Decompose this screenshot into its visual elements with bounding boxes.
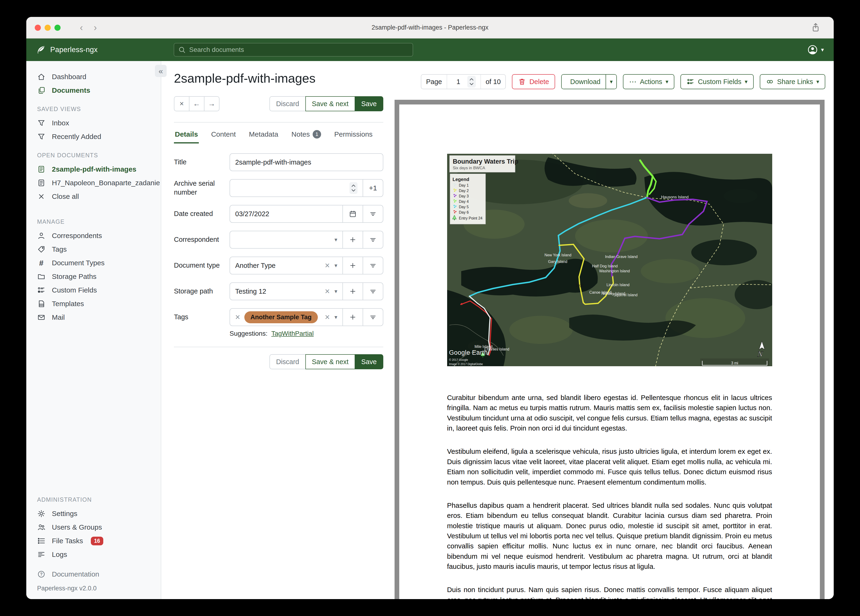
sidebar-item-users-groups[interactable]: Users & Groups bbox=[26, 520, 161, 534]
asn-plus-one-button[interactable]: +1 bbox=[363, 179, 383, 196]
sidebar-item-templates[interactable]: Templates bbox=[26, 297, 161, 311]
tab-content[interactable]: Content bbox=[210, 127, 237, 143]
brand[interactable]: Paperless-ngx bbox=[26, 45, 174, 55]
discard-button[interactable]: Discard bbox=[270, 96, 306, 111]
sidebar-item-inbox[interactable]: Inbox bbox=[26, 116, 161, 130]
share-links-button[interactable]: Share Links ▾ bbox=[760, 74, 825, 89]
share-icon[interactable] bbox=[810, 22, 821, 33]
tag-chip[interactable]: Another Sample Tag bbox=[244, 311, 318, 323]
clear-icon[interactable]: × bbox=[325, 261, 330, 270]
calendar-button[interactable] bbox=[342, 206, 363, 222]
previous-document-button[interactable]: ← bbox=[189, 96, 204, 111]
tab-details[interactable]: Details bbox=[174, 127, 199, 143]
brand-name: Paperless-ngx bbox=[50, 46, 98, 54]
sidebar-item-storage-paths[interactable]: Storage Paths bbox=[26, 270, 161, 283]
sidebar-item-file-tasks[interactable]: File Tasks 16 bbox=[26, 534, 161, 548]
sidebar-item-document-types[interactable]: # Document Types bbox=[26, 256, 161, 270]
tab-permissions[interactable]: Permissions bbox=[333, 127, 374, 143]
storage-path-select[interactable]: Testing 12 × ▾ bbox=[230, 283, 342, 300]
save-and-next-button[interactable]: Save & next bbox=[305, 96, 355, 111]
sidebar-item-label: Mail bbox=[52, 313, 65, 321]
close-document-button[interactable]: × bbox=[174, 96, 190, 111]
map-label-charlies: Charlies Island bbox=[485, 347, 509, 351]
main-content: 2sample-pdf-with-images Page of 10 bbox=[161, 61, 834, 599]
custom-fields-button[interactable]: Custom Fields ▾ bbox=[680, 74, 753, 89]
add-tag-button[interactable] bbox=[342, 309, 363, 325]
person-icon bbox=[37, 231, 46, 240]
sidebar-item-label: Close all bbox=[52, 193, 79, 201]
add-document-type-button[interactable] bbox=[342, 257, 363, 274]
page-number-input[interactable] bbox=[452, 78, 465, 86]
browser-back-icon[interactable]: ‹ bbox=[80, 22, 83, 33]
users-icon bbox=[37, 523, 46, 531]
sidebar-item-label: Documentation bbox=[52, 570, 99, 578]
correspondent-filter-button[interactable] bbox=[363, 231, 383, 248]
sidebar-item-recently-added[interactable]: Recently Added bbox=[26, 130, 161, 143]
save-and-next-button[interactable]: Save & next bbox=[305, 354, 355, 369]
asn-input[interactable] bbox=[235, 184, 350, 192]
download-button[interactable]: Download bbox=[562, 75, 606, 89]
sidebar-item-tags[interactable]: Tags bbox=[26, 242, 161, 256]
filter-lines-icon bbox=[369, 288, 377, 295]
sidebar-item-open-doc-2[interactable]: H7_Napoleon_Bonaparte_zadanie bbox=[26, 176, 161, 190]
svg-text:?: ? bbox=[40, 572, 43, 577]
clear-icon[interactable]: × bbox=[325, 313, 330, 321]
zoom-window-button[interactable] bbox=[55, 25, 61, 31]
save-button-group-top: Discard Save & next Save bbox=[270, 96, 383, 111]
sidebar-item-documents[interactable]: Documents bbox=[26, 83, 161, 97]
close-window-button[interactable] bbox=[35, 25, 41, 31]
sidebar-item-settings[interactable]: Settings bbox=[26, 507, 161, 520]
sidebar-item-documentation[interactable]: ? Documentation bbox=[26, 567, 161, 581]
page-stepper[interactable] bbox=[467, 76, 476, 88]
tab-notes[interactable]: Notes 1 bbox=[290, 127, 322, 143]
pdf-preview-pane[interactable]: Hausons Island New York Island Gary Isla… bbox=[395, 100, 825, 599]
sidebar-collapse-button[interactable]: « bbox=[155, 65, 166, 77]
tags-filter-button[interactable] bbox=[363, 309, 383, 325]
save-button[interactable]: Save bbox=[355, 96, 383, 111]
sidebar-item-mail[interactable]: Mail bbox=[26, 311, 161, 324]
clear-icon[interactable]: × bbox=[325, 287, 330, 295]
browser-forward-icon[interactable]: › bbox=[94, 22, 97, 33]
minimize-window-button[interactable] bbox=[45, 25, 51, 31]
actions-button[interactable]: ⋯ Actions ▾ bbox=[623, 74, 674, 89]
next-document-button[interactable]: → bbox=[204, 96, 220, 111]
date-created-input[interactable] bbox=[235, 210, 337, 218]
save-button[interactable]: Save bbox=[355, 354, 383, 369]
tab-metadata[interactable]: Metadata bbox=[248, 127, 279, 143]
sidebar-item-dashboard[interactable]: Dashboard bbox=[26, 70, 161, 83]
add-correspondent-button[interactable] bbox=[342, 231, 363, 248]
download-dropdown-button[interactable]: ▾ bbox=[606, 75, 616, 89]
sidebar-item-correspondents[interactable]: Correspondents bbox=[26, 229, 161, 242]
correspondent-select[interactable]: ▾ bbox=[230, 231, 342, 248]
date-filter-button[interactable] bbox=[363, 206, 383, 222]
sidebar-item-label: Inbox bbox=[52, 119, 69, 127]
plus-icon bbox=[349, 236, 357, 244]
user-menu[interactable]: ▾ bbox=[807, 44, 834, 55]
search-input[interactable] bbox=[189, 46, 409, 53]
storage-path-filter-button[interactable] bbox=[363, 283, 383, 300]
sidebar-item-close-all[interactable]: Close all bbox=[26, 190, 161, 203]
discard-button[interactable]: Discard bbox=[270, 354, 306, 369]
legend-entry: Day 6 bbox=[459, 211, 469, 214]
map-label-new-york: New York Island bbox=[544, 253, 571, 257]
asn-stepper[interactable] bbox=[350, 182, 358, 194]
collapse-chevrons-icon: « bbox=[159, 66, 163, 75]
document-type-filter-button[interactable] bbox=[363, 257, 383, 274]
asn-field-label: Archive serial number bbox=[174, 179, 229, 197]
sidebar-item-open-doc-1[interactable]: 2sample-pdf-with-images bbox=[26, 162, 161, 176]
document-type-select[interactable]: Another Type × ▾ bbox=[230, 257, 342, 274]
suggestion-link[interactable]: TagWithPartial bbox=[271, 330, 314, 337]
remove-tag-icon[interactable]: × bbox=[235, 313, 240, 321]
page-number-field[interactable] bbox=[447, 75, 480, 89]
search-bar[interactable] bbox=[174, 43, 413, 57]
legend-entry: Day 5 bbox=[459, 205, 469, 209]
sidebar-item-custom-fields[interactable]: Custom Fields bbox=[26, 283, 161, 297]
chevron-down-icon: ▾ bbox=[745, 79, 748, 85]
delete-button[interactable]: Delete bbox=[512, 74, 555, 89]
add-storage-path-button[interactable] bbox=[342, 283, 363, 300]
title-input[interactable] bbox=[235, 159, 378, 166]
traffic-lights bbox=[35, 17, 61, 39]
tags-select[interactable]: × Another Sample Tag × ▾ bbox=[230, 309, 342, 325]
question-circle-icon: ? bbox=[37, 570, 46, 578]
sidebar-item-logs[interactable]: Logs bbox=[26, 548, 161, 561]
